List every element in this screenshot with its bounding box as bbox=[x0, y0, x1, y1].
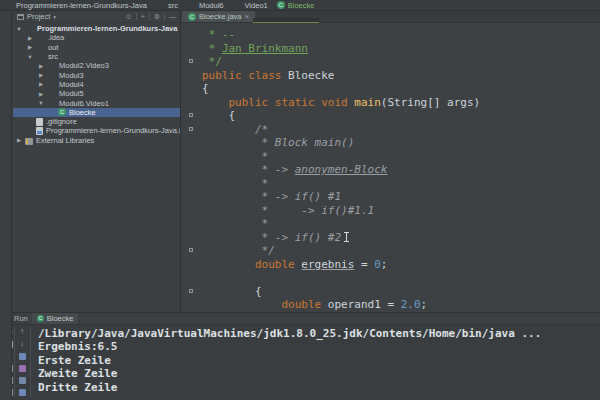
tree-item-gitignore[interactable]: .gitignore bbox=[13, 117, 180, 126]
run-tool-window: Run Bloecke ↑↓ /Library/Java/JavaVirtual… bbox=[0, 312, 600, 400]
file-iml-icon bbox=[36, 127, 43, 135]
tree-item-label: Bloecke bbox=[69, 108, 96, 117]
tree-item-label: src bbox=[48, 52, 58, 61]
code-token: 2.0 bbox=[401, 298, 421, 311]
tab-label: Bloecke.java bbox=[199, 12, 242, 21]
fold-marker[interactable] bbox=[189, 113, 193, 117]
breadcrumb-label: src bbox=[168, 1, 178, 10]
settings-gear-icon[interactable]: ⚙ bbox=[154, 13, 160, 21]
tab-bloecke-java[interactable]: Bloecke.java × bbox=[182, 11, 255, 22]
folder-icon bbox=[36, 34, 45, 42]
code-line: * -> if()#1.1 bbox=[202, 204, 600, 218]
class-icon bbox=[58, 108, 66, 116]
package-icon bbox=[47, 71, 56, 79]
code-token: Bloecke bbox=[288, 69, 334, 82]
code-token: operand1 bbox=[328, 298, 381, 311]
breadcrumb-item-programmieren-lernen-grundkurs-java[interactable]: Programmieren-lernen-Grundkurs-Java bbox=[4, 1, 147, 10]
tree-item-label: Modul2.Video3 bbox=[59, 61, 109, 70]
clear-all-icon[interactable] bbox=[18, 388, 26, 396]
code-token: double bbox=[255, 258, 301, 271]
fold-marker[interactable] bbox=[189, 248, 193, 252]
breadcrumb-item-video1[interactable]: Video1 bbox=[233, 1, 268, 10]
code-line: { bbox=[202, 82, 600, 96]
locate-icon[interactable]: + bbox=[141, 13, 145, 20]
code-token: * bbox=[202, 217, 268, 230]
tree-item-idea[interactable]: ▶.idea bbox=[13, 33, 180, 42]
code-token: Jan Brinkmann bbox=[222, 42, 308, 55]
editor-content[interactable]: * -- * Jan Brinkmann */public class Bloe… bbox=[182, 23, 600, 312]
breadcrumb-item-bloecke[interactable]: Bloecke bbox=[277, 1, 315, 10]
console-line: Ergebnis:6.5 bbox=[38, 340, 600, 353]
code-token: (String[] args) bbox=[381, 96, 480, 109]
tree-item-modul4[interactable]: ▶Modul4 bbox=[13, 80, 180, 89]
tree-item-external-libraries[interactable]: ▶External Libraries bbox=[13, 136, 180, 145]
breadcrumb-bar: Programmieren-lernen-Grundkurs-JavasrcMo… bbox=[0, 0, 600, 11]
tree-item-modul5[interactable]: ▶Modul5 bbox=[13, 89, 180, 98]
breadcrumb-label: Programmieren-lernen-Grundkurs-Java bbox=[16, 1, 147, 10]
folder-excluded-icon bbox=[36, 43, 45, 51]
code-token: * -- bbox=[202, 28, 235, 41]
run-tab-bloecke[interactable]: Bloecke bbox=[32, 313, 79, 324]
console-output[interactable]: /Library/Java/JavaVirtualMachines/jdk1.8… bbox=[38, 327, 600, 400]
code-token: ; bbox=[381, 258, 388, 271]
toolbar-divider-2 bbox=[30, 327, 31, 397]
expand-arrow[interactable]: ▶ bbox=[38, 63, 44, 69]
down-stack-trace-icon[interactable]: ↓ bbox=[18, 340, 26, 348]
code-line: * Block main() bbox=[202, 136, 600, 150]
tree-item-bloecke[interactable]: Bloecke bbox=[13, 108, 180, 117]
tree-item-label: Modul3 bbox=[59, 71, 84, 80]
code-line: { bbox=[202, 285, 600, 299]
toolbar-separator bbox=[136, 13, 137, 20]
code-token: * bbox=[202, 177, 268, 190]
tree-item-modul2-video3[interactable]: ▶Modul2.Video3 bbox=[13, 61, 180, 70]
expand-arrow[interactable]: ▼ bbox=[27, 54, 33, 60]
fold-marker[interactable] bbox=[189, 289, 193, 293]
scroll-to-end-icon[interactable] bbox=[18, 364, 26, 372]
code-token bbox=[202, 258, 255, 271]
tree-item-modul3[interactable]: ▶Modul3 bbox=[13, 70, 180, 79]
close-icon[interactable]: × bbox=[245, 13, 250, 21]
code-line: public static void main(String[] args) bbox=[202, 96, 600, 110]
fold-marker[interactable] bbox=[189, 127, 193, 131]
code-token: { bbox=[202, 109, 235, 122]
code-token: * -> if()#1.1 bbox=[202, 204, 374, 217]
tree-item-programmieren-lernen-grundkurs-java[interactable]: ▼Programmieren-lernen-Grundkurs-Java~/Id… bbox=[13, 24, 180, 33]
tree-item-src[interactable]: ▼src bbox=[13, 52, 180, 61]
tree-item-programmieren-lernen-grundkurs-java-iml[interactable]: Programmieren-lernen-Grundkurs-Java.iml bbox=[13, 126, 180, 135]
expand-arrow[interactable]: ▶ bbox=[27, 44, 33, 50]
fold-marker[interactable] bbox=[189, 59, 193, 63]
toolbar-separator bbox=[164, 13, 165, 20]
code-token bbox=[202, 96, 229, 109]
run-panel-header: Run Bloecke bbox=[0, 313, 600, 325]
breadcrumb-item-src[interactable]: src bbox=[156, 1, 178, 10]
up-stack-trace-icon[interactable]: ↑ bbox=[18, 328, 26, 336]
project-panel-title[interactable]: Project bbox=[27, 12, 50, 21]
chevron-down-icon[interactable]: ▾ bbox=[53, 14, 56, 20]
expand-arrow[interactable]: ▼ bbox=[16, 26, 22, 32]
code-token: */ bbox=[202, 55, 222, 68]
expand-arrow[interactable]: ▶ bbox=[16, 137, 22, 143]
expand-arrow[interactable]: ▶ bbox=[38, 81, 44, 87]
soft-wrap-icon[interactable] bbox=[18, 352, 26, 360]
expand-arrow[interactable]: ▶ bbox=[38, 91, 44, 97]
tree-item-out[interactable]: ▶out bbox=[13, 43, 180, 52]
code-token: public class bbox=[202, 69, 288, 82]
run-panel-title[interactable]: Run bbox=[14, 314, 28, 323]
folder-project-icon bbox=[25, 25, 34, 33]
code-token: ergebnis bbox=[301, 258, 354, 271]
tree-item-label: out bbox=[48, 43, 58, 52]
breadcrumb-item-modul6[interactable]: Modul6 bbox=[187, 1, 224, 10]
expand-arrow[interactable]: ▶ bbox=[38, 72, 44, 78]
code-token: ; bbox=[421, 298, 428, 311]
tree-item-modul6-video1[interactable]: ▼Modul6.Video1 bbox=[13, 98, 180, 107]
code-token: * -> bbox=[202, 163, 295, 176]
expand-arrow[interactable]: ▶ bbox=[27, 35, 33, 41]
expand-arrow[interactable]: ▼ bbox=[38, 100, 44, 106]
print-console-icon[interactable] bbox=[18, 376, 26, 384]
scroll-from-source-icon[interactable]: ⊙ bbox=[126, 13, 132, 21]
code-token: public static void bbox=[229, 96, 355, 109]
console-line: Dritte Zeile bbox=[38, 381, 600, 394]
tree-item-label: Modul6.Video1 bbox=[59, 99, 109, 108]
hide-panel-icon[interactable]: — bbox=[169, 13, 176, 20]
breadcrumb-label: Video1 bbox=[245, 1, 268, 10]
